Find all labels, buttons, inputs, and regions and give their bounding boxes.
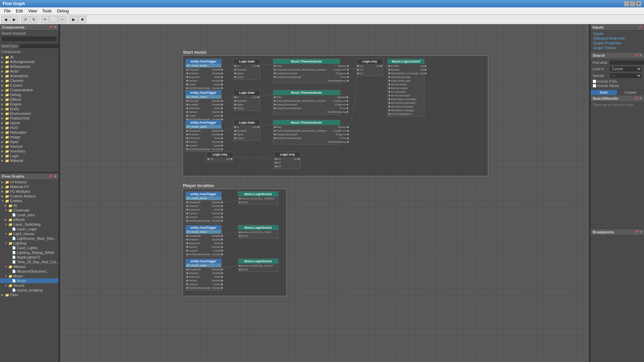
include-ports-checkbox[interactable] (593, 80, 596, 83)
pl-area-trigger-3[interactable]: entity:AreaTrigger AT_music_coast Disabl… (185, 259, 222, 290)
toolbar-back[interactable]: ◀ (1, 16, 9, 23)
comp-tree-item-engine[interactable]: ▶📁Engine (0, 102, 58, 106)
close-button[interactable]: ✕ (636, 1, 641, 6)
search-keyword-input[interactable] (1, 36, 57, 42)
comp-tree-item-logic[interactable]: ▶📁Logic (0, 153, 58, 158)
toolbar-undo[interactable]: ↺ (21, 16, 29, 23)
logic-gate-3[interactable]: Logic:Gate In Closed0 Open Close Out (233, 120, 260, 141)
graph-canvas[interactable]: Start music Player location entity:AreaT… (60, 24, 589, 362)
comp-tree-item-interpol[interactable]: ▶📁Interpol (0, 144, 58, 149)
minimize-button[interactable]: ─ (624, 1, 629, 6)
toolbar-redo[interactable]: ↻ (30, 16, 38, 23)
flowgraphs-close-icon[interactable]: ✕ (54, 175, 56, 178)
toolbar-stop[interactable]: ■ (78, 16, 86, 23)
toolbar-delete[interactable]: — (58, 16, 66, 23)
theme-selector-2[interactable]: Music:ThemeSelector Play ThemeAndMoods0k… (273, 90, 340, 115)
search-tab-context[interactable]: Context (617, 90, 644, 95)
menu-edit[interactable]: Edit (13, 8, 26, 14)
fg-tree-item-cave_lights[interactable]: 📄Cave_Lights (0, 245, 58, 250)
flowgraphs-tree[interactable]: ▶📁UI Actions▶📁Material FX▶📁FG Modules▶📁C… (0, 180, 58, 362)
search-close-icon[interactable]: ✕ (639, 54, 642, 57)
comp-tree-item-helicopter[interactable]: ▶📁Helicopter (0, 130, 58, 135)
fg-tree-item-lighting[interactable]: ▼📁Lighting (0, 241, 58, 245)
fg-tree-item-missionobjective1[interactable]: 📄MissionObjective1 (0, 269, 58, 274)
comp-tree-item-featuretest[interactable]: ▶📁FeatureTest (0, 116, 58, 121)
fg-tree-item-nightlightsfg[interactable]: 📄NightLightsFG (0, 255, 58, 260)
components-tree[interactable]: ▶📁AI▶📁AIAssignments▶📁AISequence▶📁Actor▶📁… (0, 55, 58, 163)
pl-mle-2[interactable]: Music:LogicEvent1 Event:LOCATION_CAVE Se… (238, 225, 278, 238)
comp-tree-item-game[interactable]: ▶📁Game (0, 121, 58, 125)
pl-area-trigger-2[interactable]: entity:AreaTrigger AT_music_cave1 Disabl… (185, 225, 222, 257)
toolbar-copy[interactable]: ⬜ (50, 16, 58, 23)
fg-tree-item-cinematic[interactable]: ▼📁Cinematic (0, 208, 58, 213)
comp-tree-item-actor[interactable]: ▶📁Actor (0, 69, 58, 74)
logic-gate-1[interactable]: Logic:Gate In Closed0 Open Close Out (233, 59, 260, 80)
fg-tree-item-level_intro[interactable]: 📄Level_intro (0, 213, 58, 217)
fg-tree-item-mission[interactable]: ▼📁Mission (0, 264, 58, 269)
comp-tree-item-crysis3[interactable]: ▶📁Crysis3 (0, 83, 58, 88)
searchresults-pin-icon[interactable]: 📌 (634, 97, 638, 100)
search-pin-icon[interactable]: 📌 (634, 54, 638, 57)
input-graph-properties[interactable]: Graph Properties (593, 41, 641, 45)
toolbar-forward[interactable]: ▶ (10, 16, 18, 23)
comp-tree-item-aisequence[interactable]: ▶📁AISequence (0, 64, 58, 69)
fg-tree-item-files[interactable]: ▶📁Files (0, 292, 58, 297)
comp-tree-item-camera[interactable]: ▶📁Camera (0, 78, 58, 83)
pin-icon[interactable]: 📌 (49, 26, 52, 29)
logic-gate-2[interactable]: Logic:Gate In Closed0 Open Close Out (233, 90, 260, 111)
pl-mle-1[interactable]: Music:LogicEvent1 Event:LOCATION_FOREST … (238, 191, 278, 205)
area-trigger-2[interactable]: entity:AreaTrigger AT_music_cave1 Closed… (185, 90, 222, 122)
menu-tools[interactable]: Tools (40, 8, 54, 14)
pl-mle-3[interactable]: Music:LogicEvent1 Event:LOCATION_COAST S… (238, 259, 278, 272)
input-graph-tokens[interactable]: Graph Tokens (593, 45, 641, 50)
pl-area-trigger-1[interactable]: entity:AreaTrigger AT_music_forest Disab… (185, 191, 222, 223)
toolbar-cut[interactable]: ✂ (41, 16, 49, 23)
comp-tree-item-effects[interactable]: ▶📁Effects (0, 97, 58, 102)
fg-tree-item-layer_logic[interactable]: 📄Layer_Logic (0, 227, 58, 231)
logic-any-mid[interactable]: Logic:Any in1 in2 in3 out (274, 152, 301, 169)
toolbar-play[interactable]: ▶ (70, 16, 78, 23)
comp-tree-item-debug[interactable]: ▶📁Debug (0, 92, 58, 97)
center-panel[interactable]: Start music Player location entity:AreaT… (60, 24, 589, 362)
fg-tree-item-effects[interactable]: ▶📁Effects (0, 217, 58, 222)
include-values-checkbox[interactable] (593, 84, 596, 88)
comp-tree-item-animations[interactable]: ▶📁Animations (0, 74, 58, 78)
menu-file[interactable]: File (1, 8, 13, 14)
flowgraphs-pin-icon[interactable]: 📌 (49, 175, 52, 178)
area-trigger-3[interactable]: entity:AreaTrigger AT_music_cave1 Disabl… (185, 120, 222, 152)
searchresults-close-icon[interactable]: ✕ (639, 97, 642, 100)
comp-tree-item-environment[interactable]: ▶📁Environment (0, 111, 58, 116)
fg-tree-item-entities[interactable]: ▼📁Entities (0, 198, 58, 203)
fg-tree-item-lighting_debug_white[interactable]: 📄Lighting_Debug_White (0, 250, 58, 255)
search-tab-node[interactable]: Node (591, 90, 617, 95)
fg-tree-item-music[interactable]: ▼📁Music (0, 274, 58, 278)
fg-tree-item-ai[interactable]: ▶📁AI (0, 203, 58, 208)
comp-tree-item-input[interactable]: ▶📁Input (0, 139, 58, 144)
area-trigger-1[interactable]: entity:AreaTrigger AT_music_forest Disab… (185, 59, 222, 91)
input-selected-node-info[interactable]: Selected Node Info (593, 36, 641, 41)
comp-tree-item-hud[interactable]: ▶📁HUD (0, 125, 58, 130)
inputs-pin-icon[interactable]: 📌 (638, 26, 642, 29)
music-logic-control[interactable]: Music:LogicControl Enable Disable Preset… (387, 59, 424, 117)
comp-tree-item-material[interactable]: ▶📁Material (0, 158, 58, 163)
fg-tree-item-ui-actions[interactable]: ▶📁UI Actions (0, 180, 58, 184)
fg-tree-item-lighthouse_main_doo-[interactable]: 📄Lighthouse_Main_Doo... (0, 236, 58, 241)
look-in-select[interactable]: Current (609, 66, 642, 72)
fg-tree-item-sound[interactable]: ▼📁Sound (0, 283, 58, 288)
comp-tree-item-aiassignments[interactable]: ▶📁AIAssignments (0, 59, 58, 64)
menu-view[interactable]: View (26, 8, 40, 14)
nodeclass-input[interactable] (19, 44, 59, 49)
find-what-input[interactable] (609, 60, 644, 65)
menu-debug[interactable]: Debug (54, 8, 72, 14)
fg-tree-item-layer_switching[interactable]: ▼📁Layer_Switching (0, 222, 58, 227)
comp-tree-item-ai[interactable]: ▶📁AI (0, 55, 58, 59)
fg-tree-item-fg-modules[interactable]: ▶📁FG Modules (0, 189, 58, 194)
maximize-button[interactable]: □ (630, 1, 635, 6)
logic-any-1[interactable]: Logic:Any in1 in2 in3 out (356, 59, 383, 76)
fg-tree-item-material-fx[interactable]: ▶📁Material FX (0, 184, 58, 189)
comp-tree-item-inventory[interactable]: ▶📁Inventory (0, 149, 58, 153)
comp-tree-item-entity[interactable]: ▶📁Entity (0, 106, 58, 111)
breakpoints-pin-icon[interactable]: 📌 (634, 230, 638, 234)
theme-selector-1[interactable]: Music:ThemeSelector Play ThemeAndMoods0k… (273, 59, 340, 83)
close-icon[interactable]: ✕ (54, 26, 56, 29)
